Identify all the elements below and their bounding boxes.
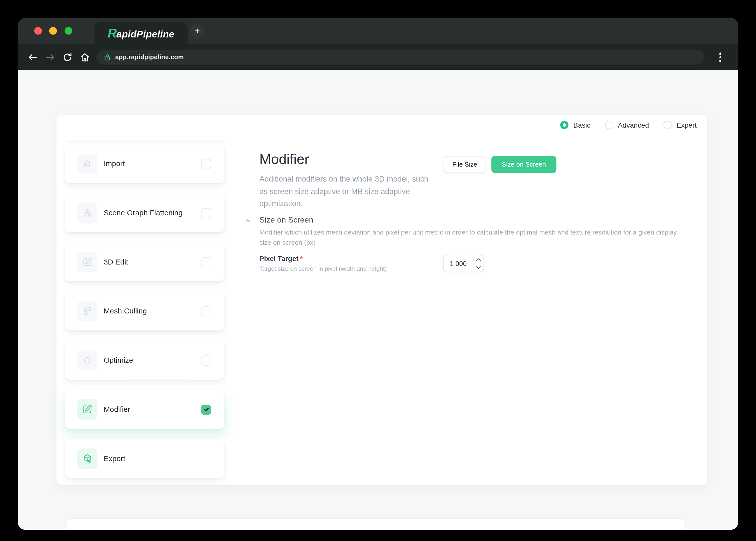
maximize-window-button[interactable] <box>65 27 72 35</box>
forward-icon[interactable] <box>45 52 55 62</box>
sidebar-item-label: Optimize <box>104 356 133 365</box>
scene-graph-icon <box>77 203 97 223</box>
sidebar-content-divider <box>237 143 237 302</box>
url-text: app.rapidpipeline.com <box>115 53 184 61</box>
sidebar-item-import[interactable]: Import <box>65 145 224 183</box>
mode-option-expert[interactable]: Expert <box>663 121 697 129</box>
close-window-button[interactable] <box>34 27 42 35</box>
refresh-icon[interactable] <box>62 52 73 62</box>
section-description: Modifier which utilizes mesh deviation a… <box>259 227 680 248</box>
logo-text: apidPipeline <box>117 29 175 39</box>
mode-label: Advanced <box>618 121 649 129</box>
modifier-description: Additional modifiers on the whole 3D mod… <box>259 173 434 210</box>
radio-selected-icon[interactable] <box>560 121 569 129</box>
browser-tab-rapidpipeline[interactable]: RapidPipeline <box>95 22 187 44</box>
size-on-screen-button[interactable]: Size on Screen <box>491 156 556 173</box>
sidebar-item-mesh-culling[interactable]: Mesh Culling <box>65 292 224 330</box>
home-icon[interactable] <box>79 52 90 62</box>
logo-r-glyph: R <box>108 26 117 40</box>
mode-label: Expert <box>677 121 697 129</box>
mesh-culling-checkbox[interactable] <box>201 306 211 316</box>
radio-unselected-icon[interactable] <box>605 121 613 129</box>
mode-option-advanced[interactable]: Advanced <box>605 121 649 129</box>
browser-toolbar: app.rapidpipeline.com <box>18 44 738 70</box>
browser-menu-icon[interactable] <box>714 51 727 63</box>
footer-card-partial <box>67 519 685 530</box>
new-tab-button[interactable]: + <box>191 24 205 38</box>
pixel-target-label: Pixel Target* <box>259 255 303 263</box>
modifier-checkbox-checked[interactable] <box>201 404 211 414</box>
required-asterisk: * <box>300 255 303 263</box>
back-icon[interactable] <box>27 52 38 62</box>
sidebar-item-label: Modifier <box>104 405 130 414</box>
sidebar-item-scene-graph-flattening[interactable]: Scene Graph Flattening <box>65 194 224 232</box>
partially-scrolled-card <box>65 137 224 141</box>
sidebar-item-3d-edit[interactable]: 3D Edit <box>65 243 224 281</box>
edit-3d-icon <box>77 252 97 272</box>
lock-icon <box>104 53 111 61</box>
stepper-down-icon[interactable] <box>473 264 484 272</box>
collapse-chevron-icon[interactable] <box>244 217 252 225</box>
optimize-checkbox[interactable] <box>201 355 211 365</box>
sidebar-item-label: Mesh Culling <box>104 307 147 315</box>
sidebar-item-modifier[interactable]: Modifier <box>65 390 224 429</box>
pixel-target-value[interactable]: 1 000 <box>443 255 473 272</box>
sidebar-item-label: Export <box>104 454 125 463</box>
minimize-window-button[interactable] <box>49 27 57 35</box>
mode-radio-group: Basic Advanced Expert <box>560 121 697 129</box>
sidebar-item-label: 3D Edit <box>104 258 128 267</box>
sidebar-item-label: Scene Graph Flattening <box>104 209 183 217</box>
number-stepper <box>473 255 483 272</box>
import-icon <box>77 154 97 174</box>
rapidpipeline-logo: RapidPipeline <box>108 26 175 41</box>
browser-tab-bar: RapidPipeline + <box>18 18 738 44</box>
pipeline-card: Basic Advanced Expert <box>57 115 707 485</box>
pixel-target-input[interactable]: 1 000 <box>443 255 484 272</box>
optimize-icon <box>77 350 97 370</box>
3d-edit-checkbox[interactable] <box>201 257 211 267</box>
stepper-up-icon[interactable] <box>473 255 484 264</box>
sidebar-item-optimize[interactable]: Optimize <box>65 341 224 379</box>
mesh-culling-icon <box>77 301 97 321</box>
screenshot-root: RapidPipeline + app.rapidpipeline.com <box>0 0 756 541</box>
import-checkbox[interactable] <box>201 159 211 169</box>
sidebar-item-label: Import <box>104 159 125 168</box>
pixel-target-helper: Target size on screen in pixel (width an… <box>259 266 387 272</box>
modifier-icon <box>77 399 97 420</box>
export-icon <box>77 448 97 469</box>
mode-label: Basic <box>573 121 590 129</box>
page-background: Basic Advanced Expert <box>18 70 738 530</box>
mode-option-basic[interactable]: Basic <box>560 121 590 129</box>
sidebar-item-export[interactable]: Export <box>65 439 224 478</box>
page-title: Modifier <box>259 151 309 167</box>
scene-graph-checkbox[interactable] <box>201 208 211 218</box>
url-bar[interactable]: app.rapidpipeline.com <box>97 50 705 64</box>
file-size-button[interactable]: File Size <box>443 156 486 173</box>
radio-unselected-icon[interactable] <box>663 121 672 129</box>
browser-window: RapidPipeline + app.rapidpipeline.com <box>18 18 738 530</box>
section-title[interactable]: Size on Screen <box>259 215 313 225</box>
